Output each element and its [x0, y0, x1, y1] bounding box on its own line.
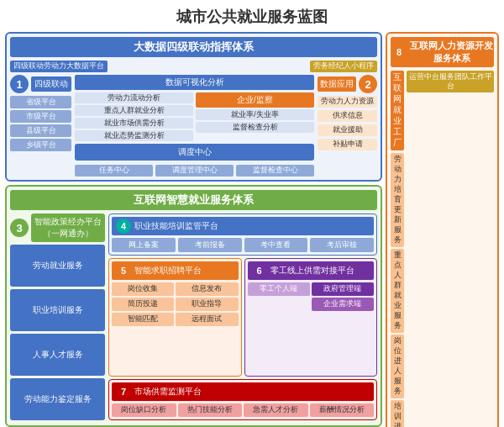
dispatch-row: 任务中心 调度管理中心 监督检查中心 [75, 165, 314, 177]
online-item: 零工个人端 [248, 282, 310, 296]
platform-bar: 四级联动劳动力大数据平台 [10, 61, 108, 72]
int-right: 4 职业技能培训监管平台 网上备案 考前报备 考中查看 考后审核 [108, 214, 377, 420]
bigdata-title: 大数据四级联动指挥体系 [10, 37, 377, 57]
bd-item: 乡镇平台 [10, 139, 71, 151]
app-item: 就业援助 [318, 124, 377, 136]
page-container: 城市公共就业服务蓝图 大数据四级联动指挥体系 四级联动劳动力大数据平台 劳务经纪… [0, 0, 504, 427]
voc-item: 网上备案 [112, 238, 176, 252]
market-item: 岗位缺口分析 [112, 403, 176, 417]
market-title: 7 市场供需监测平台 [112, 382, 374, 401]
bd-col-1: 劳动力流动分析 重点人群就业分析 就业市场供需分析 就业态势监测分析 [75, 92, 193, 141]
left-panel: 大数据四级联动指挥体系 四级联动劳动力大数据平台 劳务经纪人小程序 1 四级联动 [5, 32, 382, 427]
factory-item: 岗位进人服务 [391, 335, 404, 398]
smart-item: 岗位收集 [112, 282, 174, 296]
page-title: 城市公共就业服务蓝图 [0, 0, 504, 32]
sub-item: 重点人群就业分析 [75, 105, 193, 116]
right-section-inner: 互联网就业工厂 劳动力培育更新服务 重点人群就业服务 岗位进人服务 培训进人服务… [391, 71, 494, 427]
badge-6: 6 [252, 263, 267, 278]
internet-inner: 3 智能政策经办平台（一网通办） 劳动就业服务 职业培训服务 人事人才服务 劳动… [10, 214, 377, 420]
bigdata-section: 大数据四级联动指挥体系 四级联动劳动力大数据平台 劳务经纪人小程序 1 四级联动 [5, 32, 382, 182]
data-visual-title: 数据可视化分析 [75, 75, 314, 90]
int-left-title: 智能政策经办平台（一网通办） [31, 214, 105, 242]
bd-right: 数据应用 2 劳动力人力资源 供求信息 就业援助 补贴申请 [318, 75, 377, 177]
bd-items: 省级平台 市级平台 县级平台 乡镇平台 [10, 96, 71, 151]
sub-item: 监督检查分析 [196, 122, 314, 133]
rs-left: 互联网就业工厂 劳动力培育更新服务 重点人群就业服务 岗位进人服务 培训进人服务 [391, 71, 404, 427]
market-item: 急需人才分析 [244, 403, 308, 417]
internet-title: 互联网智慧就业服务体系 [10, 190, 377, 210]
enterprise-label: 企业/监察 [196, 92, 314, 108]
online-title: 6 零工线上供需对接平台 [248, 261, 375, 280]
service-item: 劳动能力鉴定服务 [10, 378, 105, 420]
four-level-label: 四级联动 [31, 76, 71, 92]
voc-item: 考后审核 [310, 238, 374, 252]
smart-recruit: 5 智能求职招聘平台 岗位收集 信息发布 简历投递 职业指导 [108, 258, 242, 377]
app-item: 供求信息 [318, 110, 377, 122]
online-item-gov: 政府管理端 [312, 282, 374, 296]
middle-row: 5 智能求职招聘平台 岗位收集 信息发布 简历投递 职业指导 [108, 258, 377, 377]
badge-7: 7 [116, 384, 131, 399]
internet-section: 互联网智慧就业服务体系 3 智能政策经办平台（一网通办） 劳动就业服务 职业培训… [5, 185, 382, 427]
int-left: 3 智能政策经办平台（一网通办） 劳动就业服务 职业培训服务 人事人才服务 劳动… [10, 214, 105, 420]
service-item: 人事人才服务 [10, 334, 105, 376]
dispatch-item: 任务中心 [75, 165, 153, 177]
online-col: 政府管理端 企业需求端 [312, 282, 374, 311]
market-items: 岗位缺口分析 热门技能分析 急需人才分析 薪酬情况分析 [112, 403, 374, 417]
broker-label: 劳务经纪人小程序 [310, 61, 377, 72]
market-item: 热门技能分析 [178, 403, 243, 417]
smart-item: 智能匹配 [112, 313, 174, 326]
bd-center: 数据可视化分析 劳动力流动分析 重点人群就业分析 就业市场供需分析 就业态势监测… [75, 75, 314, 177]
factory-item: 重点人群就业服务 [391, 249, 404, 333]
dispatch-center: 调度中心 [75, 144, 314, 161]
smart-item: 简历投递 [112, 298, 174, 311]
service-item: 劳动就业服务 [10, 245, 105, 287]
dispatch-item: 监督检查中心 [236, 165, 314, 177]
voc-title: 4 职业技能培训监管平台 [112, 217, 374, 235]
smart-grid: 岗位收集 信息发布 简历投递 职业指导 智能匹配 远程面试 [112, 282, 239, 326]
sub-item: 就业态势监测分析 [75, 130, 193, 141]
smart-item: 远程面试 [176, 313, 238, 326]
badge-4: 4 [116, 219, 131, 234]
bd-col-2: 企业/监察 就业率/失业率 监督检查分析 [196, 92, 314, 141]
smart-item: 信息发布 [176, 282, 238, 296]
badge-2: 2 [359, 75, 377, 93]
market-item: 薪酬情况分析 [310, 403, 375, 417]
badge-5: 5 [116, 263, 131, 278]
badge-3: 3 [10, 219, 29, 237]
service-item: 职业培训服务 [10, 289, 105, 331]
bd-item: 省级平台 [10, 96, 71, 108]
voc-items: 网上备案 考前报备 考中查看 考后审核 [112, 238, 374, 252]
smart-item: 职业指导 [176, 298, 238, 311]
bd-center-top: 劳动力流动分析 重点人群就业分析 就业市场供需分析 就业态势监测分析 企业/监察… [75, 92, 314, 141]
bd-four-level: 1 四级联动 省级平台 市级平台 县级平台 乡镇平台 [10, 75, 71, 177]
data-app-label: 数据应用 [318, 76, 356, 92]
rs-right: 运营中台服务团队工作平台 [407, 71, 494, 427]
platform-title: 运营中台服务团队工作平台 [407, 71, 494, 92]
right-panel: 8 互联网人力资源开发服务体系 互联网就业工厂 劳动力培育更新服务 重点人群就业… [386, 32, 499, 427]
factory-item: 劳动力培育更新服务 [391, 153, 404, 247]
online-col: 零工个人端 [248, 282, 310, 311]
app-item: 补贴申请 [318, 139, 377, 150]
market-supply: 7 市场供需监测平台 岗位缺口分析 热门技能分析 急需人才分析 薪酬情况分析 [108, 379, 377, 420]
int-bottom-left: 5 智能求职招聘平台 岗位收集 信息发布 简历投递 职业指导 [108, 258, 377, 420]
badge-8: 8 [391, 45, 407, 60]
factory-title: 互联网就业工厂 [391, 71, 404, 150]
sub-item: 就业市场供需分析 [75, 118, 193, 129]
dispatch-item: 调度管理中心 [155, 165, 234, 177]
factory-item: 培训进人服务 [391, 400, 404, 427]
app-item: 劳动力人力资源 [318, 96, 377, 108]
online-item-ent: 企业需求端 [312, 298, 374, 311]
bd-item: 市级平台 [10, 110, 71, 123]
internet-hr-title: 8 互联网人力资源开发服务体系 [391, 37, 494, 67]
internet-hr-section: 8 互联网人力资源开发服务体系 互联网就业工厂 劳动力培育更新服务 重点人群就业… [386, 32, 499, 427]
int-left-items: 劳动就业服务 职业培训服务 人事人才服务 劳动能力鉴定服务 [10, 245, 105, 420]
sub-item: 劳动力流动分析 [75, 92, 193, 103]
voc-platform: 4 职业技能培训监管平台 网上备案 考前报备 考中查看 考后审核 [108, 214, 377, 256]
voc-item: 考前报备 [178, 238, 242, 252]
sub-item: 就业率/失业率 [196, 109, 314, 120]
bd-item: 县级平台 [10, 124, 71, 137]
bigdata-inner: 1 四级联动 省级平台 市级平台 县级平台 乡镇平台 数据可视化分析 [10, 75, 377, 177]
int-bottom-row: 5 智能求职招聘平台 岗位收集 信息发布 简历投递 职业指导 [108, 258, 377, 420]
online-items: 零工个人端 政府管理端 企业需求端 [248, 282, 375, 311]
smart-title: 5 智能求职招聘平台 [112, 261, 239, 280]
